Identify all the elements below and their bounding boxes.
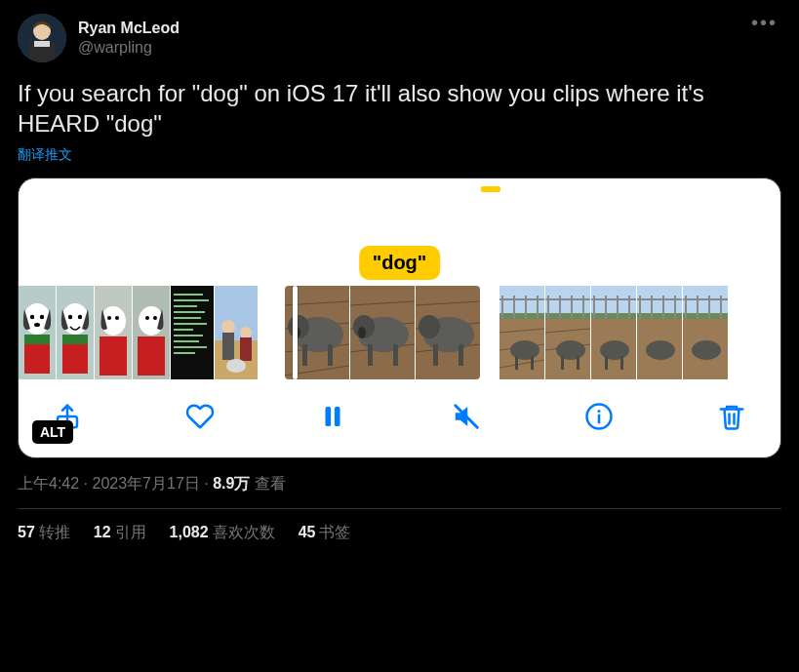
divider (18, 508, 781, 509)
svg-rect-37 (174, 346, 207, 348)
svg-point-43 (240, 327, 252, 338)
svg-point-45 (226, 359, 246, 373)
clip-frame (350, 286, 415, 379)
tweet-stats: 57转推 12引用 1,082喜欢次数 45书签 (18, 523, 781, 543)
tweet-media[interactable]: "dog" (18, 178, 781, 458)
svg-rect-55 (328, 344, 333, 366)
svg-point-8 (34, 323, 40, 327)
svg-point-128 (692, 340, 721, 360)
svg-rect-98 (561, 356, 564, 370)
media-header-area: "dog" (19, 178, 780, 286)
more-options-button[interactable]: ••• (751, 12, 778, 34)
svg-rect-99 (577, 356, 579, 370)
svg-point-70 (419, 315, 440, 338)
tweet-header: Ryan McLeod @warpling (18, 14, 781, 62)
svg-rect-34 (174, 329, 193, 331)
display-name[interactable]: Ryan McLeod (78, 19, 180, 38)
clip-frame (95, 286, 132, 379)
clip-frame (683, 286, 728, 379)
svg-rect-10 (24, 335, 50, 344)
clip-frame (171, 286, 214, 379)
tweet-container: ••• Ryan McLeod @warpling If you search … (0, 0, 799, 557)
svg-point-119 (646, 340, 675, 360)
trash-icon[interactable] (716, 401, 747, 432)
avatar[interactable] (18, 14, 66, 62)
clip-frame (19, 286, 56, 379)
clip-group-2 (285, 286, 480, 379)
svg-rect-63 (368, 344, 373, 366)
svg-point-13 (68, 315, 72, 319)
svg-rect-38 (174, 352, 195, 354)
clip-group-3 (499, 286, 728, 379)
svg-point-6 (30, 315, 34, 319)
svg-rect-72 (459, 344, 463, 366)
svg-rect-36 (174, 340, 199, 342)
views-label: 查看 (250, 475, 285, 492)
svg-point-24 (145, 316, 149, 320)
svg-point-84 (510, 340, 539, 360)
tweet-date[interactable]: 2023年7月17日 (92, 475, 199, 492)
svg-rect-86 (531, 356, 534, 370)
clip-frame (133, 286, 170, 379)
svg-point-135 (597, 410, 600, 413)
mute-icon[interactable] (451, 401, 482, 432)
svg-rect-85 (515, 356, 518, 370)
translate-link[interactable]: 翻译推文 (18, 146, 781, 164)
clip-frame (499, 286, 544, 379)
svg-rect-54 (302, 344, 307, 366)
svg-rect-31 (174, 311, 205, 313)
svg-point-62 (358, 327, 366, 338)
svg-rect-3 (34, 41, 50, 47)
media-toolbar (19, 379, 780, 457)
clip-frame (57, 286, 94, 379)
svg-point-5 (23, 303, 51, 335)
clip-frame (215, 286, 258, 379)
svg-rect-71 (433, 344, 438, 366)
heart-icon[interactable] (184, 401, 216, 432)
stat-quotes[interactable]: 12引用 (94, 523, 146, 543)
svg-point-108 (600, 340, 629, 360)
svg-rect-26 (138, 336, 165, 376)
svg-rect-21 (100, 336, 127, 376)
stat-likes[interactable]: 1,082喜欢次数 (170, 523, 275, 543)
svg-rect-33 (174, 323, 207, 325)
handle[interactable]: @warpling (78, 38, 180, 58)
svg-rect-44 (240, 337, 252, 361)
author-names: Ryan McLeod @warpling (78, 19, 180, 58)
svg-point-41 (221, 320, 235, 334)
scrubber-handle-icon[interactable] (293, 286, 298, 379)
tweet-time[interactable]: 上午4:42 (18, 475, 79, 492)
tweet-text: If you search for "dog" on iOS 17 it'll … (18, 78, 781, 138)
svg-point-25 (153, 316, 157, 320)
svg-rect-64 (393, 344, 398, 366)
alt-badge[interactable]: ALT (32, 420, 73, 444)
stat-retweets[interactable]: 57转推 (18, 523, 70, 543)
svg-rect-32 (174, 317, 201, 319)
svg-rect-110 (620, 356, 623, 370)
video-timeline[interactable] (19, 286, 780, 379)
info-icon[interactable] (583, 401, 615, 432)
search-keyword-badge: "dog" (359, 246, 441, 280)
clip-frame (545, 286, 590, 379)
svg-rect-29 (174, 299, 209, 301)
svg-point-20 (115, 316, 119, 320)
pause-icon[interactable] (317, 401, 348, 432)
avatar-image (18, 14, 66, 62)
svg-point-97 (556, 340, 585, 360)
svg-rect-130 (326, 407, 332, 426)
svg-rect-16 (62, 335, 88, 344)
stat-bookmarks[interactable]: 45书签 (299, 523, 351, 543)
clip-frame (591, 286, 636, 379)
clip-group-1 (19, 286, 258, 379)
svg-point-19 (107, 316, 111, 320)
views-count: 8.9万 (213, 475, 250, 492)
svg-point-14 (78, 315, 82, 319)
clip-frame (416, 286, 480, 379)
svg-point-7 (40, 315, 44, 319)
clip-frame (637, 286, 682, 379)
svg-rect-42 (222, 333, 234, 360)
svg-rect-30 (174, 305, 197, 307)
tweet-meta: 上午4:42 · 2023年7月17日 · 8.9万 查看 (18, 474, 781, 494)
svg-rect-131 (335, 407, 340, 426)
keyword-marker-icon (481, 186, 500, 192)
